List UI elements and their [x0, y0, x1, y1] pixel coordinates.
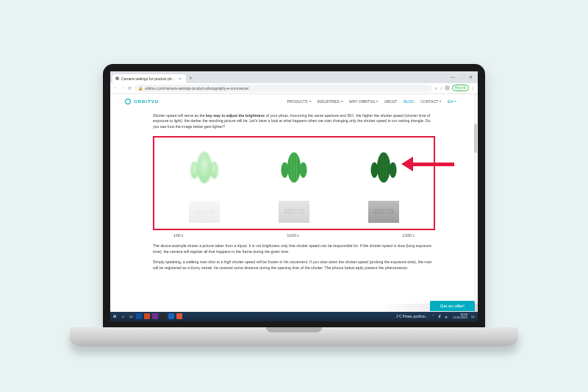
- cactus-1-200: THINGS I LIKE THINGS I LOVE: [345, 145, 422, 223]
- search-icon[interactable]: ⌕: [120, 313, 126, 319]
- caption-1-100: 1/100 s: [287, 233, 298, 239]
- shutter-comparison-figure: THINGS I LIKE THINGS I LOVE: [153, 136, 435, 230]
- caption-1-60: 1/60 s: [173, 233, 184, 239]
- bold-key-phrase: key way to adjust the brightness: [206, 113, 265, 118]
- system-tray: 1°C Przew. pochmu… ˄ ⇵ 🔈 10:43 11.01.202…: [396, 313, 475, 320]
- nav-contact[interactable]: CONTACT▾: [420, 99, 441, 104]
- notifications-icon[interactable]: ▭: [471, 315, 475, 318]
- caption-1-200: 1/200 s: [403, 233, 415, 239]
- maximize-icon[interactable]: ⬜: [459, 74, 465, 79]
- svg-point-1: [190, 161, 198, 178]
- get-offer-button[interactable]: Get an offer!: [430, 301, 475, 311]
- browser-tab[interactable]: Camera settings for product ph… ×: [112, 74, 186, 83]
- pot-1: THINGS I LIKE THINGS I LOVE: [189, 201, 220, 223]
- reload-icon[interactable]: ⟳: [128, 85, 132, 90]
- toolbar-right: ⎋ ☆ Wtyczki ⋮: [435, 85, 476, 91]
- back-icon[interactable]: ←: [113, 85, 118, 90]
- laptop-frame: Camera settings for product ph… × ＋ — ⬜ …: [103, 64, 485, 329]
- extension-icon[interactable]: ⎋: [435, 86, 437, 90]
- lock-icon: 🔒: [138, 86, 143, 90]
- chevron-down-icon: ▾: [376, 99, 378, 103]
- forward-icon[interactable]: →: [121, 85, 125, 90]
- url-text: orbitvu.com/camera-settings-product-phot…: [145, 86, 248, 90]
- brand-logo[interactable]: ORBITVU: [125, 99, 159, 104]
- cactus-icon: [272, 145, 316, 198]
- address-bar[interactable]: 🔒 orbitvu.com/camera-settings-product-ph…: [135, 85, 432, 92]
- bezel: Camera settings for product ph… × ＋ — ⬜ …: [103, 64, 485, 329]
- close-tab-icon[interactable]: ×: [179, 76, 182, 81]
- close-icon[interactable]: ✕: [469, 74, 473, 79]
- chevron-down-icon: ▾: [440, 99, 441, 103]
- taskbar-app-3[interactable]: [152, 313, 158, 319]
- figure-captions: 1/60 s 1/100 s 1/200 s: [153, 233, 435, 239]
- paragraph-walking-man: Simply speaking, a walking man shot at a…: [153, 260, 435, 271]
- cactus-1-100: THINGS I LIKE THINGS I LOVE: [256, 145, 332, 223]
- address-bar-row: ← → ⟳ 🔒 orbitvu.com/camera-settings-prod…: [110, 83, 478, 94]
- logo-ring-icon: [125, 99, 131, 104]
- screen: Camera settings for product ph… × ＋ — ⬜ …: [110, 71, 478, 321]
- task-view-icon[interactable]: ▭: [128, 313, 134, 319]
- window-controls: — ⬜ ✕: [451, 74, 476, 79]
- taskbar-app-1[interactable]: [136, 313, 142, 319]
- nav-buttons: ← → ⟳: [113, 85, 132, 90]
- brand-text: ORBITVU: [134, 99, 159, 104]
- favicon-icon: [115, 76, 119, 80]
- clock[interactable]: 10:43 11.01.2022: [453, 313, 467, 320]
- nav-blog[interactable]: BLOG: [404, 99, 414, 104]
- svg-point-11: [390, 162, 397, 178]
- pot-2: THINGS I LIKE THINGS I LOVE: [279, 201, 309, 223]
- nav-industries[interactable]: INDUSTRIES▾: [318, 99, 343, 104]
- svg-point-2: [210, 161, 218, 178]
- svg-point-5: [300, 162, 307, 178]
- laptop-base: [70, 327, 518, 346]
- chevron-up-icon[interactable]: ˄: [432, 315, 434, 318]
- browser-window: Camera settings for product ph… × ＋ — ⬜ …: [110, 71, 478, 321]
- main-nav: PRODUCTS▾ INDUSTRIES▾ WHY ORBITVU▾ ABOUT…: [287, 99, 456, 104]
- star-icon[interactable]: ☆: [440, 86, 442, 90]
- nav-why-orbitvu[interactable]: WHY ORBITVU▾: [349, 99, 378, 104]
- site-header: ORBITVU PRODUCTS▾ INDUSTRIES▾ WHY ORBITV…: [110, 94, 478, 109]
- article-body: Shutter speed will serve as the key way …: [110, 109, 478, 271]
- new-tab-button[interactable]: ＋: [187, 75, 194, 82]
- chevron-down-icon: ▾: [341, 99, 343, 103]
- menu-icon[interactable]: ⋮: [471, 86, 475, 90]
- wifi-icon[interactable]: ⇵: [438, 315, 441, 318]
- nav-language[interactable]: EN▾: [448, 99, 456, 104]
- paragraph-tripod: The above example shows a picture taken …: [153, 243, 435, 255]
- cactus-icon: [182, 145, 226, 198]
- taskbar-app-2[interactable]: [144, 313, 150, 319]
- minimize-icon[interactable]: —: [451, 75, 455, 79]
- chevron-down-icon: ▾: [454, 99, 456, 103]
- svg-point-4: [281, 162, 288, 178]
- svg-point-0: [197, 152, 212, 183]
- tab-title: Camera settings for product ph…: [121, 76, 176, 81]
- tab-strip: Camera settings for product ph… × ＋ — ⬜ …: [110, 71, 478, 83]
- avatar[interactable]: [445, 85, 450, 90]
- start-icon[interactable]: ⊞: [112, 313, 118, 319]
- pot-3: THINGS I LIKE THINGS I LOVE: [368, 201, 399, 223]
- taskbar-app-6[interactable]: [176, 313, 182, 319]
- windows-taskbar: ⊞ ⌕ ▭ 1°C Przew. pochmu… ˄ ⇵ 🔈: [110, 312, 478, 321]
- svg-point-10: [370, 162, 378, 178]
- taskbar-app-4[interactable]: [160, 313, 166, 319]
- page-viewport: ORBITVU PRODUCTS▾ INDUSTRIES▾ WHY ORBITV…: [110, 94, 478, 312]
- taskbar-app-5[interactable]: [168, 313, 174, 319]
- cactus-1-60: THINGS I LIKE THINGS I LOVE: [166, 145, 243, 223]
- cactus-icon: [362, 145, 406, 198]
- hinge-notch: [266, 327, 322, 332]
- volume-icon[interactable]: 🔈: [445, 315, 449, 318]
- nav-products[interactable]: PRODUCTS▾: [287, 99, 311, 104]
- paragraph-intro: Shutter speed will serve as the key way …: [153, 113, 435, 130]
- chevron-down-icon: ▾: [309, 99, 311, 103]
- weather-widget[interactable]: 1°C Przew. pochmu…: [396, 315, 429, 318]
- nav-about[interactable]: ABOUT: [384, 99, 397, 104]
- extensions-badge[interactable]: Wtyczki: [452, 85, 470, 91]
